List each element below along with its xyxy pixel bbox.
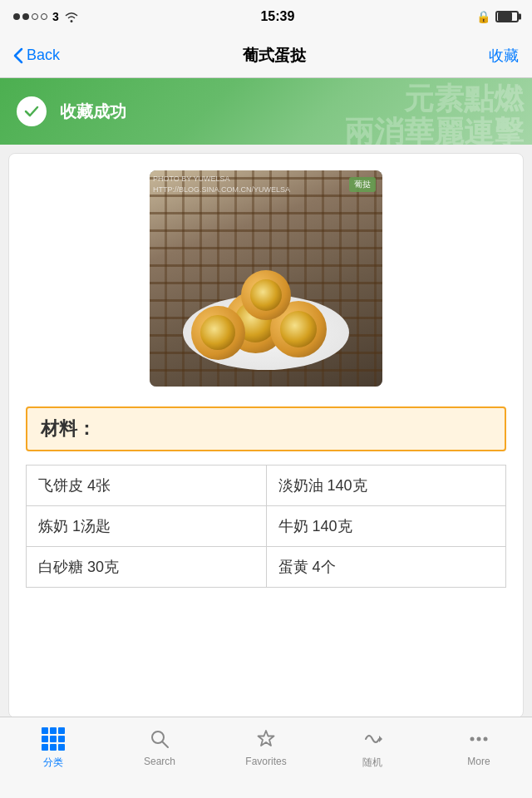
battery-icon: [495, 11, 519, 22]
random-icon: [359, 726, 386, 752]
ingredient-cell: 淡奶油 140克: [266, 466, 506, 506]
tab-bar: 分类 Search Favorites 随机: [0, 717, 532, 798]
ingredients-title: 材料：: [41, 418, 96, 439]
tab-more-label: More: [467, 756, 490, 767]
carrier-label: 3: [52, 10, 59, 23]
table-row: 白砂糖 30克 蛋黄 4个: [27, 547, 506, 588]
tab-favorites[interactable]: Favorites: [213, 726, 319, 767]
categories-icon: [40, 726, 66, 752]
back-button[interactable]: Back: [13, 47, 60, 64]
food-image-container: 葡挞 PHOTO BY YUWELSA HTTP://BLOG.SINA.COM…: [26, 170, 506, 387]
page-title: 葡式蛋挞: [243, 45, 306, 66]
food-image: 葡挞 PHOTO BY YUWELSA HTTP://BLOG.SINA.COM…: [150, 170, 382, 387]
tab-random[interactable]: 随机: [319, 726, 426, 770]
grid-icon: [42, 727, 65, 751]
search-icon: [146, 726, 173, 752]
tab-more[interactable]: More: [426, 726, 532, 767]
ingredient-cell: 炼奶 1汤匙: [27, 506, 267, 547]
table-row: 炼奶 1汤匙 牛奶 140克: [27, 506, 506, 547]
tab-categories[interactable]: 分类: [0, 726, 106, 770]
favorite-button[interactable]: 收藏: [489, 46, 519, 66]
tab-random-label: 随机: [362, 756, 382, 770]
status-time: 15:39: [260, 9, 294, 24]
banner-bg-text: 元素點燃兩消華麗連擊TOWER OF SAVIORS神魔之塔最好的手游: [344, 82, 524, 145]
ingredient-cell: 白砂糖 30克: [27, 547, 267, 588]
svg-marker-1: [379, 736, 382, 742]
banner-message: 收藏成功: [60, 101, 126, 123]
tab-favorites-label: Favorites: [245, 756, 286, 767]
svg-point-2: [470, 737, 475, 741]
ingredients-tbody: 飞饼皮 4张 淡奶油 140克 炼奶 1汤匙 牛奶 140克 白砂糖 30克 蛋…: [27, 466, 506, 588]
image-watermark: 葡挞: [349, 177, 376, 192]
wifi-icon: [64, 11, 79, 22]
dot-1: [13, 13, 20, 20]
dot-4: [41, 13, 47, 20]
success-check-icon: [17, 96, 47, 126]
star-icon: [253, 726, 279, 752]
status-bar: 3 15:39 🔒: [0, 0, 532, 33]
lock-icon: 🔒: [476, 10, 490, 23]
tab-categories-label: 分类: [43, 756, 63, 770]
egg-tart-4: [241, 270, 291, 320]
tab-search[interactable]: Search: [106, 726, 213, 767]
ingredient-cell: 蛋黄 4个: [266, 547, 506, 588]
egg-tart-3: [191, 306, 245, 360]
nav-bar: Back 葡式蛋挞 收藏: [0, 33, 532, 78]
more-icon: [466, 726, 492, 752]
main-content: 葡挞 PHOTO BY YUWELSA HTTP://BLOG.SINA.COM…: [8, 153, 524, 718]
signal-dots: [13, 13, 47, 20]
back-label: Back: [27, 47, 60, 64]
back-chevron-icon: [13, 47, 23, 64]
banner: 元素點燃兩消華麗連擊TOWER OF SAVIORS神魔之塔最好的手游 收藏成功: [0, 78, 532, 145]
ingredient-cell: 牛奶 140克: [266, 506, 506, 547]
table-row: 飞饼皮 4张 淡奶油 140克: [27, 466, 506, 506]
tab-search-label: Search: [144, 756, 175, 767]
svg-point-4: [484, 737, 488, 741]
status-left: 3: [13, 10, 79, 23]
image-credit: PHOTO BY YUWELSA HTTP://BLOG.SINA.COM.CN…: [153, 174, 290, 195]
ingredient-cell: 飞饼皮 4张: [27, 466, 267, 506]
dot-2: [22, 13, 29, 20]
dot-3: [32, 13, 38, 20]
ingredients-table: 飞饼皮 4张 淡奶油 140克 炼奶 1汤匙 牛奶 140克 白砂糖 30克 蛋…: [26, 465, 506, 588]
svg-point-3: [477, 737, 481, 741]
status-right: 🔒: [476, 10, 519, 23]
ingredients-header: 材料：: [26, 406, 506, 451]
